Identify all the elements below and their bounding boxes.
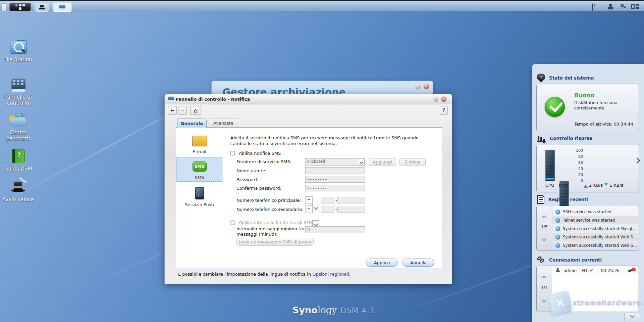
watermark: xtremehardware.com <box>550 292 644 313</box>
file-station-icon <box>9 39 27 54</box>
button-label: Aggiungi <box>373 159 392 165</box>
sidebar-item-email[interactable]: E-mail <box>176 132 222 156</box>
connections-page-down-icon[interactable] <box>541 299 547 302</box>
dialog-footer-note: È possibile cambiare l'impostazione dell… <box>178 272 351 277</box>
show-desktop-button[interactable] <box>1 3 6 11</box>
sidebar-item-sms[interactable]: SMS SMS <box>176 157 222 182</box>
panel-collapse-chevron-icon <box>630 315 635 318</box>
logs-page-down-icon[interactable] <box>541 238 547 241</box>
log-row[interactable]: SSH service was started. <box>552 208 638 216</box>
axis-tick: 60 <box>574 160 583 165</box>
delete-provider-button[interactable]: Elimina <box>399 158 426 166</box>
provider-select[interactable]: clickatell <box>305 158 358 166</box>
provider-label: Fornitore di servizio SMS: <box>236 159 291 164</box>
widget-title: Stato del sistema <box>549 75 594 81</box>
dialog-close-icon[interactable] <box>441 96 446 102</box>
download-arrow-icon <box>604 183 608 188</box>
push-service-icon <box>195 187 204 199</box>
username-input[interactable] <box>305 167 365 174</box>
task-button-quick-launch[interactable] <box>35 3 49 12</box>
send-test-sms-button[interactable]: Invia un messaggio SMS di prova <box>236 238 314 246</box>
widget-title: Controllo risorse <box>550 136 592 141</box>
panel-collapse-tab[interactable] <box>624 313 640 321</box>
info-icon <box>555 218 560 223</box>
add-provider-button[interactable]: Aggiungi <box>369 158 396 166</box>
button-label: Applica <box>374 260 390 265</box>
link-icon <box>537 256 545 264</box>
phone-secondary-prefix-input[interactable] <box>321 206 334 213</box>
info-button[interactable] <box>592 4 598 11</box>
desktop-icon-package-center[interactable]: Centro pacchetti <box>1 112 36 142</box>
dialog-content: E-mail SMS SMS Servizio Push Abilita il … <box>176 127 442 268</box>
cancel-button[interactable]: Annulla <box>402 259 434 267</box>
phone-primary-country-arrow-icon[interactable] <box>312 204 319 211</box>
widgets-button[interactable] <box>631 4 638 10</box>
status-description: DiskStation funziona correttamente. <box>574 100 618 111</box>
log-row[interactable]: System successfully started Mysql... <box>552 224 638 233</box>
desktop-icon-file-station[interactable]: File Station <box>1 39 36 62</box>
apply-button[interactable]: Applica <box>366 259 398 267</box>
desktop-icon-control-panel[interactable]: Pannello di controllo <box>1 77 36 106</box>
provider-dropdown-arrow-icon[interactable] <box>358 158 365 166</box>
menu-diamond-icon <box>14 3 18 7</box>
expand-resource-chevron-icon[interactable] <box>635 157 639 164</box>
confirm-password-input[interactable]: •••••••• <box>305 185 365 191</box>
username-label: Nome utente: <box>236 168 267 173</box>
phone-primary-number-input[interactable] <box>337 197 365 203</box>
search-button[interactable] <box>620 3 627 10</box>
widget-title: Connessioni correnti <box>549 257 602 263</box>
axis-tick: 20 <box>574 173 583 177</box>
net-speed-row: 2 KB/s 1 KB/s <box>584 183 623 188</box>
interval-limit-checkbox[interactable] <box>230 220 235 225</box>
dialog-minimize-button[interactable] <box>433 96 438 101</box>
phone-secondary-label: Numero telefonico secondario: <box>236 207 304 212</box>
phone-secondary-country[interactable]: + <box>305 205 313 213</box>
status-description-line1: DiskStation funziona <box>574 100 618 105</box>
disconnect-icon[interactable] <box>628 268 636 273</box>
button-label: Annulla <box>410 260 427 265</box>
close-icon[interactable] <box>424 84 429 89</box>
interval-input[interactable]: 0 <box>305 226 365 233</box>
password-input[interactable]: •••••••• <box>305 176 365 183</box>
desktop-icon-quick-start[interactable]: Avvio veloce <box>1 179 36 202</box>
log-row[interactable]: System successfully started Web S... <box>552 241 638 249</box>
sms-icon: SMS <box>193 162 207 172</box>
main-menu-button[interactable] <box>9 3 31 11</box>
upload-arrow-icon <box>584 183 588 188</box>
phone-secondary-number-input[interactable] <box>337 206 365 213</box>
phone-primary-country[interactable]: + <box>305 196 313 204</box>
log-row[interactable]: System successfully started Web S... <box>552 233 638 241</box>
regional-options-link[interactable]: Opzioni regionali <box>312 272 349 277</box>
menu-square-icon <box>19 4 21 6</box>
phone-primary-prefix-input[interactable] <box>321 197 334 203</box>
log-text: Telnet service was started. <box>563 218 616 223</box>
tab-generale[interactable]: Generale <box>177 119 207 128</box>
sidebar-item-push[interactable]: Servizio Push <box>176 183 222 207</box>
footer-suffix: . <box>349 272 351 277</box>
forward-button[interactable] <box>178 106 187 115</box>
phone-primary-label: Numero telefonico principale: <box>236 198 301 203</box>
back-button[interactable] <box>168 106 177 115</box>
desktop-icon-dsm-help[interactable]: Guida DSM <box>1 148 36 172</box>
enable-sms-checkbox[interactable] <box>230 151 235 155</box>
tab-avanzate[interactable]: Avanzate <box>209 119 238 127</box>
log-row[interactable]: Telnet service was started. <box>552 216 638 224</box>
help-button[interactable]: ? <box>440 106 448 115</box>
connection-row[interactable]: admin HTTP 00:26:26 <box>552 266 638 275</box>
connections-page-up-icon[interactable] <box>541 276 547 279</box>
desktop-icon-label: Avvio veloce <box>1 196 36 202</box>
info-icon <box>555 235 560 239</box>
home-button[interactable] <box>190 106 201 115</box>
desktop-icon-label: Centro pacchetti <box>5 130 32 142</box>
tab-label: Avanzate <box>213 121 233 126</box>
enable-sms-label: Abilita notifica SMS <box>239 151 281 156</box>
task-button-active-window[interactable] <box>53 3 71 12</box>
widget-title: Registri recenti <box>548 197 588 202</box>
logs-page-up-icon[interactable] <box>541 216 547 219</box>
minimize-button[interactable] <box>416 84 421 89</box>
connection-user: admin <box>564 268 577 273</box>
user-button[interactable] <box>607 3 614 10</box>
logo-brand-bold: Syno <box>292 305 318 315</box>
log-text: System successfully started Web S... <box>563 243 637 248</box>
connections-page-indicator: 1/1 <box>541 285 547 290</box>
